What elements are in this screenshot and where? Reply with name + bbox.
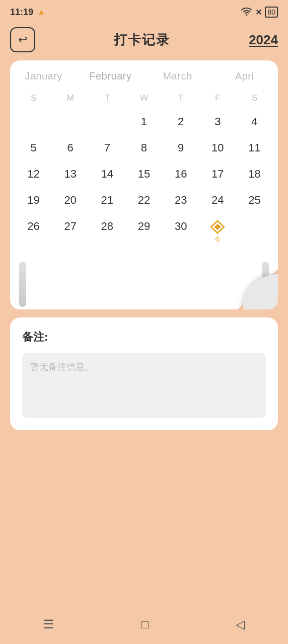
cal-cell[interactable]: 10 [199, 136, 236, 159]
day-header-s1: S [15, 90, 52, 106]
bottom-nav: ☰ □ ◁ [0, 609, 288, 644]
wifi-icon [241, 8, 252, 17]
cal-cell[interactable]: 7 [89, 136, 125, 159]
cal-cell[interactable]: 8 [125, 136, 162, 159]
page-curl-decoration [238, 269, 278, 309]
cal-cell[interactable]: 9 [163, 136, 199, 159]
cal-cell[interactable]: 今 [199, 215, 236, 249]
cal-cell[interactable]: 28 [89, 215, 125, 249]
day-header-f: F [199, 90, 236, 106]
cal-cell[interactable]: 6 [52, 136, 89, 159]
status-icons: ✕ 80 [241, 7, 278, 18]
day-header-s2: S [236, 90, 273, 106]
today-marker: 今 [199, 220, 236, 244]
cal-cell [15, 110, 52, 133]
cal-cell[interactable]: 5 [15, 136, 52, 159]
nav-home-button[interactable]: □ [131, 613, 159, 635]
cal-cell [52, 110, 89, 133]
cal-cell[interactable]: 23 [163, 189, 199, 212]
cal-cell[interactable]: 24 [199, 189, 236, 212]
back-arrow-icon: ↩ [18, 33, 27, 46]
cal-cell[interactable]: 17 [199, 163, 236, 186]
nav-back-button[interactable]: ◁ [226, 613, 255, 635]
cal-cell[interactable]: 16 [163, 163, 199, 186]
page-title: 打卡记录 [114, 31, 170, 49]
cal-cell [236, 215, 273, 249]
cal-cell[interactable]: 11 [236, 136, 273, 159]
notes-section: 备注: 暂无备注信息。 [10, 317, 278, 430]
calendar-area: S M T W T F S 12345678910111213141516171… [10, 90, 278, 259]
nav-menu-button[interactable]: ☰ [33, 613, 64, 635]
warning-icon: ▲ [37, 8, 45, 17]
month-march[interactable]: March [144, 70, 211, 82]
day-header-m: M [52, 90, 89, 106]
cal-cell[interactable]: 1 [125, 110, 162, 133]
notes-placeholder: 暂无备注信息。 [30, 362, 94, 372]
cal-cell[interactable]: 13 [52, 163, 89, 186]
notes-textarea-wrap[interactable]: 暂无备注信息。 [22, 353, 266, 418]
cal-cell[interactable]: 15 [125, 163, 162, 186]
notes-label: 备注: [22, 330, 266, 345]
cal-cell[interactable]: 4 [236, 110, 273, 133]
scroll-visual-area [10, 259, 278, 309]
cal-cell[interactable]: 20 [52, 189, 89, 212]
left-scrollbar[interactable] [19, 262, 26, 307]
month-april[interactable]: Apri [211, 70, 278, 82]
today-text: 今 [214, 235, 221, 244]
cal-cell[interactable]: 14 [89, 163, 125, 186]
cal-cell[interactable]: 21 [89, 189, 125, 212]
calendar-grid: 1234567891011121314151617181920212223242… [15, 110, 273, 249]
day-header-row: S M T W T F S [15, 90, 273, 106]
cal-cell[interactable]: 2 [163, 110, 199, 133]
battery-icon: 80 [265, 7, 278, 18]
cal-cell[interactable]: 25 [236, 189, 273, 212]
cal-cell[interactable]: 19 [15, 189, 52, 212]
cal-cell[interactable]: 30 [163, 215, 199, 249]
cal-cell [89, 110, 125, 133]
cal-cell[interactable]: 27 [52, 215, 89, 249]
cal-cell[interactable]: 18 [236, 163, 273, 186]
day-header-w: W [125, 90, 162, 106]
day-header-t2: T [163, 90, 199, 106]
day-header-t1: T [89, 90, 125, 106]
cal-cell[interactable]: 22 [125, 189, 162, 212]
cal-cell[interactable]: 12 [15, 163, 52, 186]
year-label[interactable]: 2024 [249, 32, 278, 48]
month-february[interactable]: February [77, 70, 144, 82]
back-button[interactable]: ↩ [10, 27, 35, 52]
calendar-card: January February March Apri S M T W T F … [10, 60, 278, 309]
month-row: January February March Apri [10, 70, 278, 90]
status-bar: 11:19 ▲ ✕ 80 [0, 0, 288, 22]
cal-cell[interactable]: 29 [125, 215, 162, 249]
svg-marker-1 [214, 224, 221, 230]
x-icon: ✕ [255, 8, 262, 17]
cal-cell[interactable]: 3 [199, 110, 236, 133]
cal-cell[interactable]: 26 [15, 215, 52, 249]
header: ↩ 打卡记录 2024 [0, 22, 288, 60]
status-time: 11:19 [10, 7, 33, 18]
month-january[interactable]: January [10, 70, 77, 82]
